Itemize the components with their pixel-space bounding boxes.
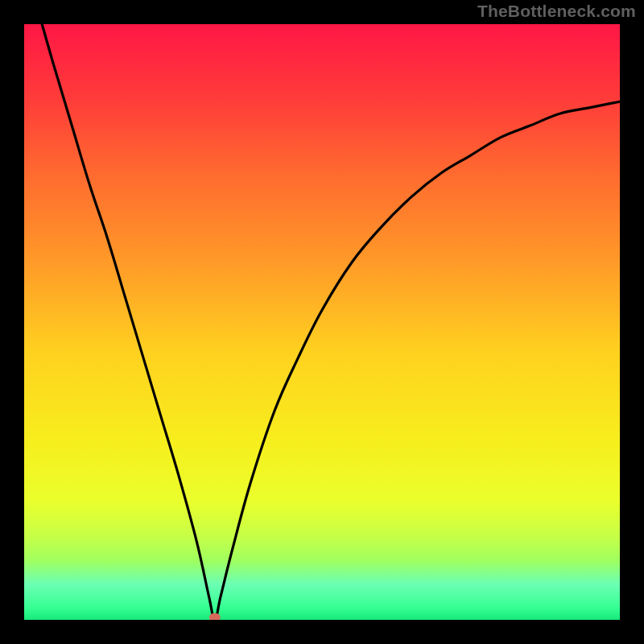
bottleneck-curve-svg (24, 24, 620, 620)
chart-frame: TheBottleneck.com (0, 0, 644, 644)
attribution-label: TheBottleneck.com (477, 2, 636, 21)
minimum-dot (209, 613, 221, 621)
bottleneck-curve (42, 24, 620, 620)
plot-area (24, 24, 620, 620)
